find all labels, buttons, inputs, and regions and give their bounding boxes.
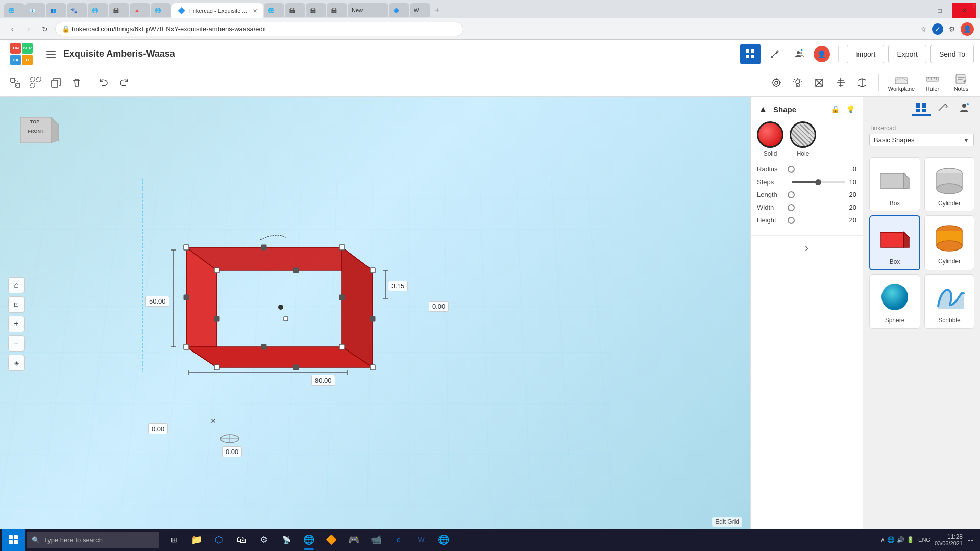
forward-btn[interactable]: › [22,23,35,35]
shape-item-scribble[interactable]: Scribble [924,274,974,329]
tab-9[interactable]: 🌐 [264,3,284,17]
tab-10[interactable]: 🎬 [285,3,305,17]
tab-13[interactable]: New [348,3,388,17]
redo-btn[interactable] [115,73,133,92]
shape-item-sphere-blue[interactable]: Sphere [869,274,920,329]
profile-btn[interactable]: 👤 [814,46,830,62]
length-value[interactable]: 20 [849,191,856,198]
maximize-btn[interactable]: □ [928,3,951,18]
lib-subcategory-dropdown[interactable]: Basic Shapes ▼ [869,134,974,146]
browser-btn[interactable]: 🌐 [298,529,320,551]
ruler-btn[interactable]: Ruler [920,73,945,92]
tab-12[interactable]: 🎬 [327,3,347,17]
word-btn[interactable]: W [410,529,432,551]
steam-btn[interactable]: ⚙ [253,529,275,551]
grid-view-btn[interactable] [740,44,761,64]
zoom-out-btn[interactable]: − [8,335,24,352]
extensions-icon[interactable]: ✓ [932,23,943,35]
edge-btn[interactable]: ⬡ [208,529,230,551]
taskbar-time[interactable]: 11:28 03/06/2021 [935,533,963,546]
send-to-btn[interactable]: Send To [930,45,974,63]
steps-value[interactable]: 10 [849,178,856,186]
viewport[interactable]: ✕ TOP FRONT [0,97,750,551]
store-btn[interactable]: 🛍 [231,529,252,551]
undo-btn[interactable] [94,73,113,92]
notifications-btn[interactable]: 🗨 [967,536,974,544]
bulb-icon[interactable]: 💡 [844,103,856,115]
delete-btn[interactable] [67,73,86,92]
view-cube[interactable]: TOP FRONT [10,107,61,163]
camera-view-btn[interactable] [767,73,786,92]
radius-value[interactable]: 0 [853,165,856,173]
view-mode-btn[interactable]: ◈ [8,355,24,371]
start-btn[interactable] [2,529,24,551]
align-btn[interactable] [831,73,850,92]
active-tab[interactable]: 🔷 Tinkercad - Exquisite Amberis-Waasa ✕ [172,3,263,18]
tab-11[interactable]: 🎬 [306,3,326,17]
lib-person-btn[interactable] [954,101,974,114]
tab-15[interactable]: W [410,3,430,17]
width-radio[interactable] [788,204,795,211]
tab-3[interactable]: 👥 [46,3,66,17]
zoom-btn[interactable]: 📹 [365,529,387,551]
app9-btn[interactable]: 🎮 [343,529,364,551]
tab-14[interactable]: 🔷 [389,3,409,17]
radius-radio[interactable] [788,166,795,173]
shape-item-cylinder-orange[interactable]: Cylinder [924,215,974,270]
tray-network[interactable]: 🌐 [887,536,895,543]
shape-toggle-btn[interactable] [810,73,828,92]
tab-close[interactable]: ✕ [253,8,257,14]
zoom-in-btn[interactable]: + [8,316,24,332]
settings-icon[interactable]: ⚙ [946,23,958,35]
tab-5[interactable]: 🌐 [88,3,108,17]
width-value[interactable]: 20 [849,204,856,211]
height-value[interactable]: 20 [849,216,856,224]
tinkercad-logo[interactable]: TIN KER CA D [6,42,37,66]
fit-btn[interactable]: ⊡ [8,296,24,313]
collaborate-btn[interactable] [789,44,810,64]
lib-build-btn[interactable] [933,101,952,114]
flip-btn[interactable] [853,73,871,92]
refresh-btn[interactable]: ↻ [39,23,51,35]
edge2-btn[interactable]: e [388,529,409,551]
tray-arrow[interactable]: ∧ [880,536,885,543]
tab-6[interactable]: 🎬 [109,3,129,17]
tab-2[interactable]: 📧 [25,3,45,17]
tab-1[interactable]: 🌐 [4,3,24,17]
app8-btn[interactable]: 🔶 [321,529,342,551]
wireless-btn[interactable]: 📡 [276,529,297,551]
workplane-btn[interactable]: Workplane [886,73,917,92]
shape-item-box-red[interactable]: Box ☆ [869,215,920,270]
notes-btn[interactable]: Notes [948,73,974,92]
back-btn[interactable]: ‹ [6,23,18,35]
hole-option[interactable]: Hole [790,121,816,157]
lib-grid-btn[interactable] [912,101,931,116]
shape-item-cylinder-grey[interactable]: Cylinder [924,157,974,211]
tab-new-btn[interactable]: + [431,3,451,17]
import-btn[interactable]: Import [847,45,885,63]
group-btn[interactable] [6,73,24,92]
menu-btn[interactable] [43,46,59,62]
height-radio[interactable] [788,217,795,224]
ungroup-btn[interactable] [27,73,45,92]
length-radio[interactable] [788,191,795,198]
light-btn[interactable] [789,73,807,92]
minimize-btn[interactable]: ─ [903,3,927,18]
home-btn[interactable]: ⌂ [8,277,24,293]
shape-item-box-grey[interactable]: Box [869,157,920,211]
taskbar-search[interactable]: 🔍 Type here to search [27,532,159,548]
profile-icon[interactable]: 👤 [961,22,974,36]
tab-8[interactable]: 🌐 [151,3,171,17]
build-btn[interactable] [765,44,785,64]
task-view-btn[interactable]: ⊞ [163,529,185,551]
edit-grid-label[interactable]: Edit Grid [712,517,742,527]
solid-option[interactable]: Solid [757,121,783,157]
shape-panel-collapse[interactable]: ▲ [757,103,769,115]
explorer-btn[interactable]: 📁 [186,529,207,551]
export-btn[interactable]: Export [888,45,926,63]
url-box[interactable]: 🔒 tinkercad.com/things/6kEpW7fENxY-exqui… [55,22,463,36]
steps-slider[interactable] [792,181,845,183]
browser2-btn[interactable]: 🌐 [433,529,454,551]
copy-btn[interactable] [47,73,65,92]
tray-sound[interactable]: 🔊 [897,536,904,543]
